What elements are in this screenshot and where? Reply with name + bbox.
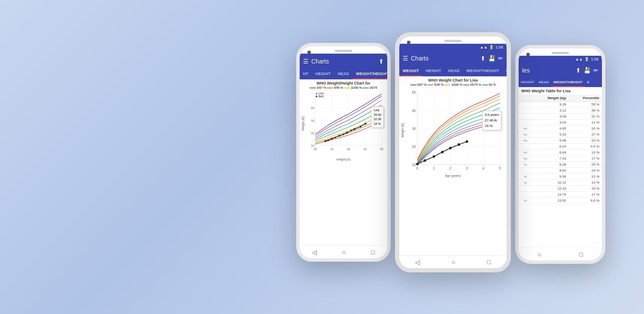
table-row: 8.8224 % bbox=[519, 168, 602, 174]
svg-text:1: 1 bbox=[433, 166, 435, 170]
svg-text:5: 5 bbox=[499, 166, 501, 170]
home-btn-phone3[interactable]: ○ bbox=[538, 251, 541, 258]
table-row: hs6.6913 % bbox=[519, 150, 602, 156]
svg-text:28: 28 bbox=[347, 148, 350, 151]
phone-right: ▲▲ 🔋 1:58 les ⬆ 💾 ✏ HEIGHT HEAD WEIGHT/H… bbox=[515, 45, 605, 264]
edit-icon-3[interactable]: ✏ bbox=[593, 67, 598, 74]
svg-text:20: 20 bbox=[313, 148, 317, 151]
col-weight: Weight (kg) bbox=[532, 95, 568, 102]
svg-text:20: 20 bbox=[412, 145, 416, 149]
tab-wh-2[interactable]: WEIGHT/HEIGHT bbox=[463, 66, 502, 76]
home-btn-phone2[interactable]: ○ bbox=[452, 259, 455, 266]
square-btn-phone2[interactable]: □ bbox=[487, 259, 491, 266]
x-label-phone2: Age (years) bbox=[401, 174, 505, 177]
status-bar-phone2: ▲▲ 🔋 1:56 bbox=[399, 44, 507, 51]
camera-3 bbox=[526, 53, 530, 56]
tab-ht[interactable]: HT bbox=[300, 69, 312, 79]
tabs-phone3: HEIGHT HEAD WEIGHT/HEIGHT B bbox=[519, 78, 602, 87]
svg-rect-28 bbox=[342, 134, 344, 136]
svg-text:20: 20 bbox=[311, 132, 314, 135]
chart-content-phone1: WHO Weight/Height Chart for 3/97 % 5/95 … bbox=[300, 79, 387, 245]
table-row: 13.7917 % bbox=[519, 192, 602, 198]
speaker bbox=[335, 50, 352, 52]
square-btn-phone1[interactable]: □ bbox=[371, 249, 374, 256]
table-row: 3.1236 % bbox=[519, 108, 602, 114]
home-btn-phone1[interactable]: ○ bbox=[342, 249, 346, 256]
tab-weight-height[interactable]: WEIGHT/HEIGHT bbox=[352, 69, 387, 79]
share-icon-phone1[interactable]: ⬆ bbox=[379, 58, 384, 65]
status-time: 1:56 bbox=[495, 45, 503, 49]
status-bar-phone3: ▲▲ 🔋 1:58 bbox=[519, 56, 602, 63]
back-btn-phone1[interactable]: ◁ bbox=[312, 249, 317, 256]
tab-head[interactable]: HEAD bbox=[334, 69, 352, 79]
svg-rect-29 bbox=[350, 130, 352, 131]
tabs-phone2: WEIGHT HEIGHT HEAD WEIGHT/HEIGHT B bbox=[399, 66, 507, 76]
tab-height[interactable]: HEIGHT bbox=[312, 69, 334, 79]
tab-height-3[interactable]: HEIGHT bbox=[519, 78, 537, 87]
tab-b-3[interactable]: B bbox=[585, 78, 592, 87]
save-icon-2[interactable]: 💾 bbox=[488, 55, 495, 62]
phone-top-bar-2 bbox=[399, 36, 507, 44]
table-title-phone3: WHO Weight Table for Lisa bbox=[519, 87, 602, 95]
chart-title-phone1: WHO Weight/Height Chart for bbox=[301, 81, 386, 85]
svg-rect-26 bbox=[327, 140, 329, 142]
camera-2 bbox=[407, 41, 410, 44]
svg-text:10: 10 bbox=[412, 163, 416, 167]
table-row: rs9.3622 % bbox=[519, 174, 602, 180]
bottom-nav-phone3: ○ □ bbox=[519, 248, 602, 260]
tab-height-2[interactable]: HEIGHT bbox=[422, 66, 445, 76]
table-row: 12.4319 % bbox=[519, 186, 602, 192]
table-row: rs10.1214 % bbox=[519, 180, 602, 186]
tooltip-phone1: Lisa 33.00 22.30 19 % bbox=[371, 106, 384, 128]
table-row: rs8.2825 % bbox=[519, 162, 602, 168]
square-btn-phone3[interactable]: □ bbox=[579, 251, 583, 258]
svg-text:3: 3 bbox=[466, 166, 468, 170]
tab-head-2[interactable]: HEAD bbox=[445, 66, 463, 76]
app-title-phone2: Charts bbox=[411, 55, 478, 62]
table-row: hs7.4317 % bbox=[519, 156, 602, 162]
weight-table: Weight (kg) Percentile 3.2955 %3.1236 %3… bbox=[519, 95, 602, 204]
menu-icon-2[interactable]: ☰ bbox=[403, 55, 408, 62]
phone-left: ☰ Charts ⬆ HT HEIGHT HEAD WEIGHT/HEIGHT … bbox=[296, 43, 391, 262]
col-percentile: Percentile bbox=[569, 95, 602, 102]
app-bar-phone2: ☰ Charts ⬆ 💾 ✏ bbox=[399, 51, 507, 66]
back-btn-phone2[interactable]: ◁ bbox=[415, 259, 420, 266]
menu-icon[interactable]: ☰ bbox=[303, 58, 309, 65]
table-content-phone3: WHO Weight Table for Lisa Weight (kg) Pe… bbox=[519, 87, 602, 248]
table-row: 3.2955 % bbox=[519, 102, 602, 108]
phone-top-bar-3 bbox=[519, 48, 602, 56]
tabs-phone1: HT HEIGHT HEAD WEIGHT/HEIGHT bbox=[300, 69, 387, 79]
status-time-3: 1:58 bbox=[591, 57, 598, 61]
svg-text:10: 10 bbox=[311, 144, 314, 147]
app-bar-phone1: ☰ Charts ⬆ bbox=[300, 54, 387, 69]
status-icons-3: ▲▲ bbox=[575, 57, 583, 61]
battery-icon-3: 🔋 bbox=[584, 57, 589, 61]
share-icon-3[interactable]: ⬆ bbox=[576, 67, 581, 74]
chart-legend-phone1: 3/97 % 5/95 % 10/90 % 25/75 bbox=[301, 86, 386, 89]
svg-text:24: 24 bbox=[330, 148, 334, 151]
edit-icon-2[interactable]: ✏ bbox=[498, 55, 503, 62]
share-icon-2[interactable]: ⬆ bbox=[480, 55, 486, 62]
phone-center: ▲▲ 🔋 1:56 ☰ Charts ⬆ 💾 ✏ WEIGHT HEIGHT H… bbox=[395, 32, 511, 272]
svg-text:40: 40 bbox=[412, 109, 416, 113]
app-title-phone1: Charts bbox=[311, 58, 376, 65]
svg-text:50: 50 bbox=[412, 91, 416, 94]
svg-text:30: 30 bbox=[311, 119, 314, 122]
table-scroll[interactable]: Weight (kg) Percentile 3.2955 %3.1236 %3… bbox=[519, 95, 602, 248]
svg-text:0: 0 bbox=[416, 166, 419, 170]
save-icon-3[interactable]: 💾 bbox=[583, 67, 591, 74]
tab-head-3[interactable]: HEAD bbox=[537, 78, 551, 87]
tooltip-phone2: 3.0 years 27.40 lb 19 % bbox=[482, 111, 501, 130]
tab-weight-2[interactable]: WEIGHT bbox=[399, 66, 422, 76]
x-label-phone1: Height (in) bbox=[301, 158, 386, 161]
svg-text:40: 40 bbox=[311, 106, 314, 109]
tab-wh-3[interactable]: WEIGHT/HEIGHT bbox=[551, 78, 585, 87]
app-bar-phone3: les ⬆ 💾 ✏ bbox=[519, 63, 602, 78]
speaker-2 bbox=[444, 40, 462, 42]
camera bbox=[307, 51, 311, 54]
app-title-phone3: les bbox=[522, 67, 573, 74]
bottom-nav-phone2: ◁ ○ □ bbox=[399, 255, 507, 268]
chart-legend-phone2: 3/97 % 5/95 % 10/90 % 25/75 % 50 % bbox=[401, 83, 505, 86]
tab-b-2[interactable]: B bbox=[503, 66, 507, 76]
svg-text:30: 30 bbox=[412, 127, 416, 131]
